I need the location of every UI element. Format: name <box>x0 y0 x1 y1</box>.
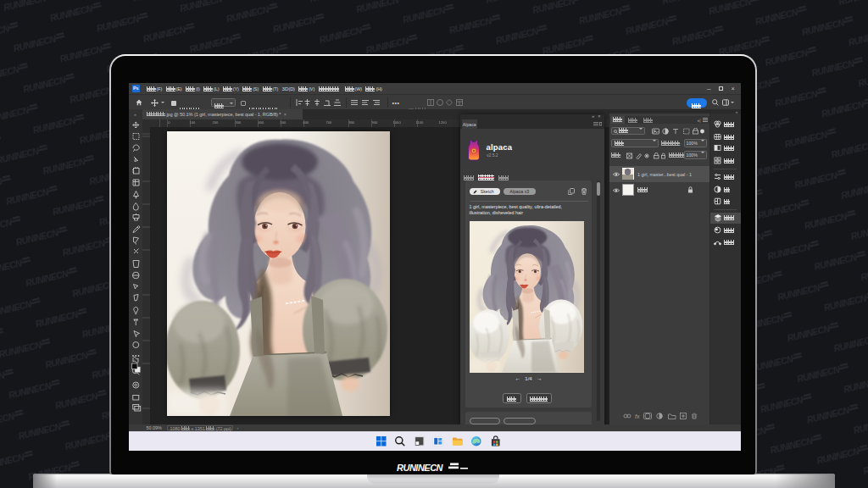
svg-text:fx: fx <box>635 413 640 419</box>
svg-text:RUNINECN: RUNINECN <box>397 463 444 473</box>
